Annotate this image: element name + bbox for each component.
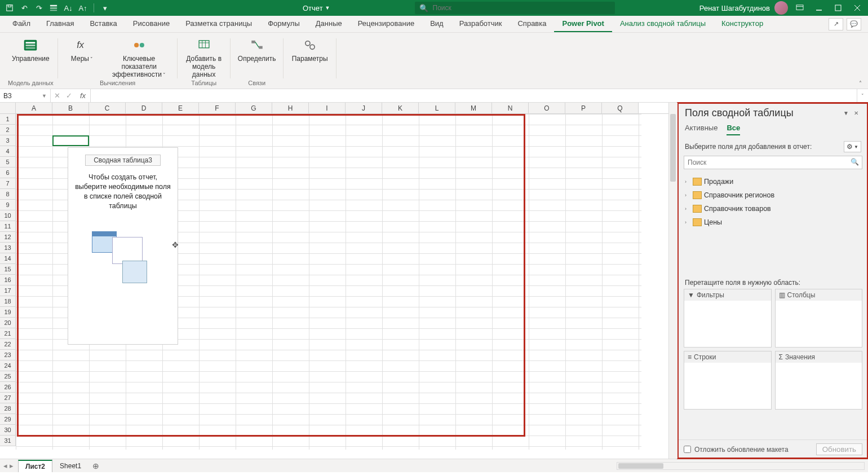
sheet-tab[interactable]: Лист2 (18, 460, 52, 472)
ribbon-tab-данные[interactable]: Данные (308, 16, 350, 32)
ribbon-tab-power-pivot[interactable]: Power Pivot (554, 16, 612, 32)
panel-layout-gear[interactable]: ⚙▼ (844, 141, 861, 152)
field-search-input[interactable] (684, 156, 862, 169)
row-header[interactable]: 16 (0, 275, 16, 285)
sort-desc-icon[interactable]: A↑ (77, 2, 89, 14)
column-header[interactable]: K (382, 103, 419, 113)
kpi-button[interactable]: Ключевые показатели эффективности ˅ (105, 35, 173, 80)
column-header[interactable]: A (16, 103, 52, 113)
search-box[interactable]: 🔍 (415, 2, 615, 14)
add-sheet-button[interactable]: ⊕ (90, 461, 102, 470)
user-name[interactable]: Ренат Шагабутдинов (699, 4, 770, 12)
row-header[interactable]: 25 (0, 371, 16, 382)
manage-button[interactable]: Управление (8, 35, 52, 64)
sheet-nav-prev-icon[interactable]: ◂ (3, 461, 7, 470)
rows-drop-zone[interactable]: ≡Строки (684, 351, 772, 410)
column-header[interactable]: F (199, 103, 236, 113)
qat-customize-icon[interactable]: ▾ (99, 2, 111, 14)
column-header[interactable]: J (346, 103, 382, 113)
detect-button[interactable]: Определить (235, 35, 279, 64)
row-header[interactable]: 10 (0, 210, 16, 221)
sheet-nav-next-icon[interactable]: ▸ (10, 461, 14, 470)
redo-icon[interactable]: ↷ (33, 2, 45, 14)
ribbon-tab-анализ-сводной-таблицы[interactable]: Анализ сводной таблицы (612, 16, 714, 32)
field-table-item[interactable]: ›Справочник регионов (684, 188, 862, 202)
fx-icon[interactable]: fx (76, 89, 91, 102)
defer-update-checkbox[interactable] (684, 446, 691, 453)
search-input[interactable] (433, 4, 610, 12)
ribbon-tab-вид[interactable]: Вид (422, 16, 451, 32)
name-box[interactable]: B3▼ (0, 89, 51, 102)
update-button[interactable]: Обновить (816, 443, 862, 455)
row-header[interactable]: 11 (0, 221, 16, 232)
row-header[interactable]: 17 (0, 285, 16, 296)
row-header[interactable]: 30 (0, 425, 16, 436)
row-header[interactable]: 21 (0, 328, 16, 339)
row-header[interactable]: 31 (0, 436, 16, 446)
field-table-item[interactable]: ›Продажи (684, 175, 862, 188)
ribbon-tab-справка[interactable]: Справка (510, 16, 554, 32)
sort-asc-icon[interactable]: A↓ (62, 2, 74, 14)
horizontal-scrollbar[interactable] (617, 462, 865, 470)
row-header[interactable]: 6 (0, 168, 16, 178)
column-header[interactable]: C (89, 103, 126, 113)
values-drop-zone[interactable]: ΣЗначения (775, 351, 863, 410)
undo-icon[interactable]: ↶ (18, 2, 30, 14)
ribbon-mode-icon[interactable] (792, 2, 807, 14)
column-header[interactable]: I (309, 103, 346, 113)
maximize-icon[interactable] (831, 2, 845, 14)
cancel-formula-icon[interactable]: ✕ (54, 91, 60, 100)
column-header[interactable]: N (492, 103, 529, 113)
row-header[interactable]: 15 (0, 264, 16, 275)
ribbon-tab-конструктор[interactable]: Конструктор (714, 16, 771, 32)
column-header[interactable]: E (162, 103, 199, 113)
sheet-tab[interactable]: Sheet1 (52, 460, 88, 472)
ribbon-tab-формулы[interactable]: Формулы (260, 16, 308, 32)
field-table-item[interactable]: ›Цены (684, 215, 862, 229)
row-header[interactable]: 9 (0, 200, 16, 210)
ribbon-tab-разработчик[interactable]: Разработчик (451, 16, 510, 32)
row-header[interactable]: 14 (0, 253, 16, 264)
column-header[interactable]: M (455, 103, 492, 113)
column-header[interactable]: G (236, 103, 272, 113)
row-header[interactable]: 18 (0, 296, 16, 307)
row-header[interactable]: 8 (0, 189, 16, 200)
expand-formula-bar-icon[interactable]: ˅ (857, 89, 868, 102)
row-header[interactable]: 20 (0, 318, 16, 328)
save-icon[interactable] (3, 2, 16, 14)
panel-options-icon[interactable]: ▼ (841, 110, 851, 116)
close-icon[interactable] (850, 2, 865, 14)
row-header[interactable]: 23 (0, 350, 16, 360)
column-header[interactable]: P (565, 103, 602, 113)
spreadsheet-grid[interactable]: ABCDEFGHIJKLMNOPQ 1234567891011121314151… (0, 103, 668, 459)
document-title[interactable]: Отчет ▼ (303, 4, 330, 12)
row-header[interactable]: 27 (0, 393, 16, 403)
ribbon-tab-рецензирование[interactable]: Рецензирование (350, 16, 422, 32)
table-format-icon[interactable] (47, 2, 60, 14)
ribbon-tab-рисование[interactable]: Рисование (125, 16, 178, 32)
column-header[interactable]: O (529, 103, 565, 113)
panel-tab-активные[interactable]: Активные (685, 121, 718, 135)
column-header[interactable]: L (419, 103, 455, 113)
row-header[interactable]: 3 (0, 135, 16, 146)
comments-icon[interactable]: 💬 (847, 18, 861, 30)
row-header[interactable]: 29 (0, 414, 16, 425)
measures-button[interactable]: fxМеры ˅ (63, 35, 102, 64)
column-header[interactable]: D (126, 103, 162, 113)
ribbon-tab-вставка[interactable]: Вставка (82, 16, 125, 32)
params-button[interactable]: Параметры (288, 35, 332, 64)
columns-drop-zone[interactable]: ▥Столбцы (775, 289, 863, 348)
row-header[interactable]: 7 (0, 178, 16, 189)
column-header[interactable]: H (272, 103, 309, 113)
share-icon[interactable]: ↗ (829, 18, 843, 30)
row-header[interactable]: 19 (0, 307, 16, 318)
panel-close-icon[interactable]: ✕ (851, 110, 861, 116)
select-all-corner[interactable] (0, 103, 16, 113)
row-header[interactable]: 5 (0, 157, 16, 168)
row-header[interactable]: 12 (0, 232, 16, 243)
ribbon-tab-разметка-страницы[interactable]: Разметка страницы (178, 16, 260, 32)
column-header[interactable]: B (52, 103, 89, 113)
row-header[interactable]: 24 (0, 360, 16, 371)
row-header[interactable]: 13 (0, 243, 16, 253)
panel-tab-все[interactable]: Все (727, 121, 740, 135)
